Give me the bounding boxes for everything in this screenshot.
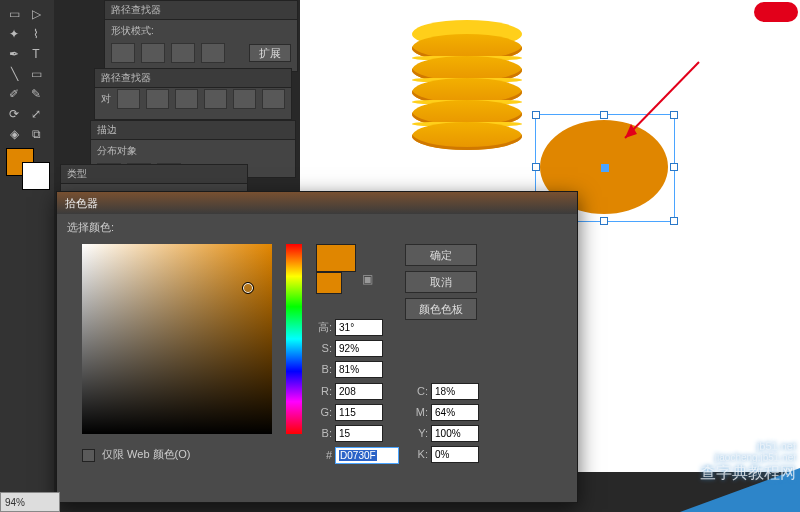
coin-stack: [412, 20, 522, 150]
unite-icon[interactable]: [111, 43, 135, 63]
y-field[interactable]: 100%: [431, 425, 479, 442]
g-field[interactable]: 115: [335, 404, 383, 421]
pen-tool[interactable]: ✒: [3, 44, 25, 64]
expand-button[interactable]: 扩展: [249, 44, 291, 62]
h-field[interactable]: 31°: [335, 319, 383, 336]
cancel-button[interactable]: 取消: [405, 271, 477, 293]
web-only-checkbox[interactable]: [82, 449, 95, 462]
color-field[interactable]: [82, 244, 272, 434]
rotate-tool[interactable]: ⟳: [3, 104, 25, 124]
ok-button[interactable]: 确定: [405, 244, 477, 266]
warp-tool[interactable]: ◈: [3, 124, 25, 144]
b-field[interactable]: 81%: [335, 361, 383, 378]
lasso-tool[interactable]: ⌇: [25, 24, 47, 44]
scale-tool[interactable]: ⤢: [25, 104, 47, 124]
tab-pathfinder[interactable]: 路径查找器: [111, 4, 161, 15]
c-label: C:: [410, 385, 428, 397]
b-label: B:: [314, 363, 332, 375]
doc-badge: [754, 2, 798, 22]
current-color-swatch: [316, 272, 342, 294]
line-tool[interactable]: ╲: [3, 64, 25, 84]
wand-tool[interactable]: ✦: [3, 24, 25, 44]
pathfinder-panel-2[interactable]: 路径查找器 对: [94, 68, 292, 120]
c-field[interactable]: 18%: [431, 383, 479, 400]
trim-icon[interactable]: [146, 89, 169, 109]
minus-back-icon[interactable]: [262, 89, 285, 109]
web-only-label: 仅限 Web 颜色(O): [102, 448, 190, 460]
hue-slider[interactable]: [286, 244, 302, 434]
annotation-arrow: [615, 58, 705, 148]
freetrans-tool[interactable]: ⧉: [25, 124, 47, 144]
r-field[interactable]: 208: [335, 383, 383, 400]
tool-palette[interactable]: ▭▷ ✦⌇ ✒T ╲▭ ✐✎ ⟳⤢ ◈⧉: [0, 0, 54, 512]
distribute-label: 分布对象: [97, 140, 137, 162]
brush-tool[interactable]: ✐: [3, 84, 25, 104]
select-color-label: 选择颜色:: [67, 221, 114, 233]
direct-select-tool[interactable]: ▷: [25, 4, 47, 24]
svg-line-0: [625, 62, 699, 138]
pencil-tool[interactable]: ✎: [25, 84, 47, 104]
color-field-cursor[interactable]: [242, 282, 254, 294]
outofgamut-icon: ▣: [362, 272, 373, 286]
rgb-b-field[interactable]: 15: [335, 425, 383, 442]
divide-icon[interactable]: [117, 89, 140, 109]
stroke-color-swatch[interactable]: [22, 162, 50, 190]
type-tool[interactable]: T: [25, 44, 47, 64]
r-label: R:: [314, 385, 332, 397]
swatches-button[interactable]: 颜色色板: [405, 298, 477, 320]
exclude-icon[interactable]: [201, 43, 225, 63]
g-label: G:: [314, 406, 332, 418]
pf2-row-label: 对: [101, 88, 111, 110]
merge-icon[interactable]: [175, 89, 198, 109]
new-color-swatch: [316, 244, 356, 272]
rgb-b-label: B:: [314, 427, 332, 439]
intersect-icon[interactable]: [171, 43, 195, 63]
y-label: Y:: [410, 427, 428, 439]
shape-modes-label: 形状模式:: [111, 20, 154, 42]
k-field[interactable]: 0%: [431, 446, 479, 463]
h-label: 高:: [314, 320, 332, 335]
s-label: S:: [314, 342, 332, 354]
outline-icon[interactable]: [233, 89, 256, 109]
tab-pathfinder-2[interactable]: 路径查找器: [101, 72, 151, 83]
pathfinder-panel[interactable]: 路径查找器 形状模式: 扩展: [104, 0, 298, 72]
zoom-readout[interactable]: 94%: [0, 492, 60, 512]
s-field[interactable]: 92%: [335, 340, 383, 357]
tab-stroke[interactable]: 描边: [97, 121, 117, 139]
move-tool[interactable]: ▭: [3, 4, 25, 24]
hex-field[interactable]: D0730F: [335, 447, 399, 464]
minus-front-icon[interactable]: [141, 43, 165, 63]
rect-tool[interactable]: ▭: [25, 64, 47, 84]
k-label: K:: [410, 448, 428, 460]
dialog-title: 拾色器: [65, 196, 98, 211]
tab-type[interactable]: 类型: [67, 168, 87, 179]
m-field[interactable]: 64%: [431, 404, 479, 421]
watermark: jb51.net jiaocheng.jb51.net 查字典教程网: [700, 440, 796, 484]
m-label: M:: [410, 406, 428, 418]
hex-label: #: [314, 449, 332, 461]
crop-icon[interactable]: [204, 89, 227, 109]
